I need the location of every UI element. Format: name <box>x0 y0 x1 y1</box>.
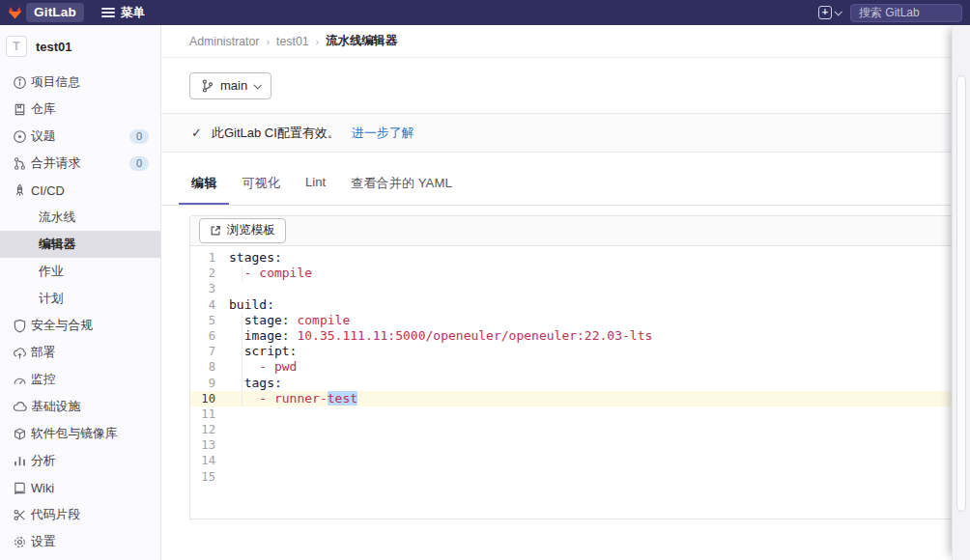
code-line[interactable]: 10 - runner-test <box>190 391 970 406</box>
ci-valid-alert: ✓ 此GitLab CI配置有效。 进一步了解 <box>161 113 970 153</box>
code-line[interactable]: 12 <box>190 422 970 437</box>
sidebar-item-repository[interactable]: 仓库 <box>0 96 160 123</box>
code-text: stages: <box>229 250 282 266</box>
chevron-down-icon <box>254 81 262 89</box>
external-link-icon <box>210 225 221 237</box>
sidebar-item-editor[interactable]: 编辑器 <box>0 231 160 258</box>
code-line[interactable]: 9 tags: <box>190 376 970 391</box>
code-text: - runner-test <box>229 391 357 406</box>
rocket-icon <box>8 183 31 198</box>
code-line[interactable]: 11 <box>190 406 970 422</box>
menu-button[interactable]: 菜单 <box>101 5 145 21</box>
deploy-icon <box>8 346 31 360</box>
code-line[interactable]: 4build: <box>190 297 970 313</box>
code-editor[interactable]: 1stages:2 - compile34build:5 stage: comp… <box>190 246 970 518</box>
code-text: - pwd <box>229 359 297 375</box>
line-number: 11 <box>190 406 229 422</box>
cloud-icon <box>8 400 31 414</box>
project-header[interactable]: T test01 <box>0 25 160 69</box>
branch-selector-button[interactable]: main <box>189 72 271 99</box>
breadcrumb-separator: › <box>316 36 320 47</box>
code-line[interactable]: 8 - pwd <box>190 359 970 375</box>
project-avatar: T <box>6 36 27 57</box>
shield-icon <box>8 319 31 333</box>
code-text: - compile <box>229 266 312 281</box>
sidebar-item-label: 项目信息 <box>31 74 80 91</box>
code-line[interactable]: 15 <box>190 469 970 485</box>
sidebar-item-merge-requests[interactable]: 合并请求0 <box>0 150 160 177</box>
sidebar-item-cicd[interactable]: CI/CD <box>0 177 160 204</box>
code-text: tags: <box>229 376 282 391</box>
snippet-icon <box>8 508 31 522</box>
code-line[interactable]: 2 - compile <box>190 266 970 281</box>
breadcrumb-current: 流水线编辑器 <box>326 33 397 49</box>
sidebar-item-wiki[interactable]: Wiki <box>0 474 160 501</box>
tab-visualize[interactable]: 可视化 <box>229 162 293 205</box>
code-line[interactable]: 14 <box>190 453 970 468</box>
line-number: 15 <box>190 469 229 485</box>
sidebar-item-jobs[interactable]: 作业 <box>0 258 160 285</box>
code-line[interactable]: 3 <box>190 281 970 296</box>
code-line[interactable]: 1stages: <box>190 250 970 266</box>
sidebar-item-pipelines[interactable]: 流水线 <box>0 204 160 231</box>
sidebar-item-project-info[interactable]: 项目信息 <box>0 69 160 96</box>
line-number: 10 <box>190 391 229 406</box>
learn-more-link[interactable]: 进一步了解 <box>352 125 414 142</box>
project-sidebar: T test01 项目信息仓库议题0合并请求0CI/CD流水线编辑器作业计划安全… <box>0 25 161 560</box>
issues-icon <box>8 129 31 144</box>
sidebar-item-schedules[interactable]: 计划 <box>0 285 160 312</box>
line-number: 4 <box>190 297 229 313</box>
chevron-down-icon <box>834 8 842 15</box>
tanuki-icon <box>8 6 22 20</box>
sidebar-item-label: 部署 <box>31 345 56 361</box>
tab-view-merged-yaml[interactable]: 查看合并的 YAML <box>338 162 465 205</box>
tab-edit[interactable]: 编辑 <box>179 162 229 205</box>
line-number: 12 <box>190 422 229 437</box>
sidebar-nav: 项目信息仓库议题0合并请求0CI/CD流水线编辑器作业计划安全与合规部署监控基础… <box>0 69 160 555</box>
code-text: image: 10.35.111.11:5000/openeuler/opene… <box>229 328 652 344</box>
code-line[interactable]: 7 script: <box>190 344 970 359</box>
line-number: 9 <box>190 376 229 391</box>
repo-icon <box>8 102 31 117</box>
scrollbar-thumb[interactable] <box>956 75 966 512</box>
code-line[interactable]: 5 stage: compile <box>190 313 970 328</box>
code-line[interactable]: 6 image: 10.35.111.11:5000/openeuler/ope… <box>190 328 970 344</box>
sidebar-item-issues[interactable]: 议题0 <box>0 123 160 150</box>
sidebar-item-label: 基础设施 <box>31 399 80 415</box>
sidebar-item-label: 监控 <box>31 372 56 388</box>
browse-templates-button[interactable]: 浏览模板 <box>199 218 286 243</box>
sidebar-item-analytics[interactable]: 分析 <box>0 447 160 474</box>
breadcrumb-link[interactable]: test01 <box>276 35 309 48</box>
line-number: 13 <box>190 437 229 453</box>
hamburger-icon <box>101 8 115 17</box>
sidebar-item-label: 流水线 <box>39 210 75 226</box>
info-icon <box>8 75 31 90</box>
sidebar-item-infrastructure[interactable]: 基础设施 <box>0 393 160 420</box>
tab-lint[interactable]: Lint <box>293 162 338 205</box>
plus-icon: + <box>818 6 832 19</box>
code-text: stage: compile <box>229 313 350 328</box>
search-input[interactable] <box>850 4 962 22</box>
sidebar-item-security-compliance[interactable]: 安全与合规 <box>0 312 160 339</box>
sidebar-item-label: 设置 <box>31 534 56 550</box>
branch-row: main <box>161 58 970 113</box>
code-line[interactable]: 13 <box>190 437 970 453</box>
breadcrumb-link[interactable]: Administrator <box>189 35 259 48</box>
sidebar-item-settings[interactable]: 设置 <box>0 528 160 555</box>
line-number: 14 <box>190 453 229 468</box>
alert-message: 此GitLab CI配置有效。 <box>212 125 340 142</box>
sidebar-item-label: 合并请求 <box>31 155 80 172</box>
gitlab-logo[interactable]: GitLab <box>8 3 84 22</box>
code-text: script: <box>229 344 297 359</box>
count-badge: 0 <box>129 156 149 171</box>
new-item-button[interactable]: + <box>818 6 841 19</box>
sidebar-item-snippets[interactable]: 代码片段 <box>0 501 160 528</box>
sidebar-item-deployments[interactable]: 部署 <box>0 339 160 366</box>
sidebar-item-label: 计划 <box>39 291 64 307</box>
sidebar-item-packages-registries[interactable]: 软件包与镜像库 <box>0 420 160 447</box>
line-number: 7 <box>190 344 229 359</box>
sidebar-item-monitor[interactable]: 监控 <box>0 366 160 393</box>
check-icon: ✓ <box>191 126 202 140</box>
book-icon <box>8 481 31 495</box>
gitlab-logo-label: GitLab <box>26 3 84 22</box>
